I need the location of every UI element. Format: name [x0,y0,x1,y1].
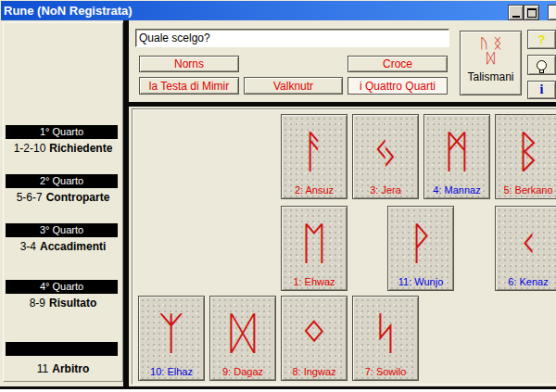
arbitro-description: 11Arbitro [4,362,122,375]
quarto-4-description: 8-9Risultato [4,297,122,310]
spread-button-testa-di-mimir[interactable]: la Testa di Mimir [139,77,239,95]
arbitro-meaning: Arbitro [52,362,89,375]
maximize-button[interactable] [524,5,539,20]
info-button[interactable]: i [527,81,556,99]
jera-rune-icon: ᛃ [373,129,399,173]
spread-panel: ᚨ2: Ansuz ᛃ3: Jera ᛗ4: Mannaz ᛒ5: Berkan… [132,108,556,385]
rune-card-label: 5: Berkano [496,184,556,196]
quarto-1-description: 1-2-10Richiedente [4,142,122,155]
kenaz-rune-icon: ᚲ [515,221,542,265]
talismani-label: Talismani [467,70,513,83]
quarto-3-cards: 3-4 [20,240,36,253]
rune-card-label: 9: Dagaz [210,366,275,377]
quarto-4-header: 4° Quarto [6,280,118,294]
rune-card-kenaz[interactable]: ᚲ6: Kenaz [495,206,556,291]
talismani-button[interactable]: ᚢᛝ ᛞ Talismani [460,31,522,95]
rune-card-elhaz[interactable]: ᛉ10: Elhaz [138,296,205,381]
app-window: Rune (NoN Registrata) 1° Quarto 1-2-10Ri… [0,0,556,389]
quarto-3-description: 3-4Accadimenti [4,240,122,253]
quarto-1-cards: 1-2-10 [14,142,46,155]
maximize-icon [527,8,537,18]
wunjo-rune-icon: ᚹ [408,221,435,265]
rune-card-dagaz[interactable]: ᛞ9: Dagaz [209,296,276,381]
hint-button[interactable] [527,55,556,75]
quarto-3-header: 3° Quarto [6,223,118,237]
question-input[interactable] [135,29,449,47]
spread-button-norns[interactable]: Norns [139,56,239,72]
minimize-button[interactable] [508,5,524,20]
arbitro-cards: 11 [37,362,48,375]
rune-card-wunjo[interactable]: ᚹ11: Wunjo [387,206,454,291]
rune-card-label: 8: Ingwaz [282,366,347,377]
rune-card-label: 11: Wunjo [388,276,453,287]
vertical-divider [123,20,129,389]
rune-card-label: 3: Jera [353,184,418,196]
arbitro-header [6,342,118,356]
elhaz-rune-icon: ᛉ [158,310,185,355]
berkano-rune-icon: ᛒ [515,129,542,173]
close-button[interactable] [548,5,556,20]
spread-button-valknutr[interactable]: Valknutr [244,77,343,95]
rune-card-ehwaz[interactable]: ᛖ1: Ehwaz [281,206,348,291]
rune-card-label: 6: Kenaz [496,276,556,287]
rune-card-mannaz[interactable]: ᛗ4: Mannaz [423,114,490,199]
horizontal-divider [129,102,556,107]
rune-card-label: 10: Elhaz [139,366,204,377]
sowilo-rune-icon: ᛋ [373,310,399,355]
ingwaz-rune-icon: ᛜ [301,310,328,355]
quarto-4-meaning: Risultato [49,297,96,310]
legend-panel: 1° Quarto 1-2-10Richiedente 2° Quarto 5-… [3,22,123,382]
quarto-2-header: 2° Quarto [6,174,118,188]
rune-card-ingwaz[interactable]: ᛜ8: Ingwaz [281,296,348,381]
quarto-1-header: 1° Quarto [6,125,118,139]
rune-card-label: 7: Sowilo [353,366,418,377]
ehwaz-rune-icon: ᛖ [301,221,328,265]
quarto-3-meaning: Accadimenti [40,240,106,253]
rune-card-ansuz[interactable]: ᚨ2: Ansuz [281,114,348,199]
quarto-2-cards: 5-6-7 [17,191,43,204]
rune-card-label: 1: Ehwaz [282,276,347,287]
lightbulb-icon [537,60,547,70]
ansuz-rune-icon: ᚨ [301,129,328,173]
quarto-2-meaning: Controparte [46,191,110,204]
rune-card-berkano[interactable]: ᛒ5: Berkano [495,114,556,199]
titlebar: Rune (NoN Registrata) [1,1,556,20]
window-title: Rune (NoN Registrata) [1,4,133,18]
rune-card-label: 4: Mannaz [424,184,489,196]
talismani-rune-icon: ᛞ [481,51,500,66]
help-button[interactable]: ? [527,30,556,49]
minimize-icon [512,16,520,18]
rune-card-jera[interactable]: ᛃ3: Jera [352,114,419,199]
dagaz-rune-icon: ᛞ [230,310,257,355]
quarto-1-meaning: Richiedente [49,142,112,155]
talismani-runes-icon: ᚢᛝ [474,36,507,51]
quarto-2-description: 5-6-7Controparte [4,191,122,204]
spread-button-croce[interactable]: Croce [348,56,448,72]
bottom-border [0,386,556,389]
rune-card-sowilo[interactable]: ᛋ7: Sowilo [352,296,419,381]
rune-card-label: 2: Ansuz [282,184,347,196]
quarto-4-cards: 8-9 [30,297,45,310]
spread-button-quattro-quarti[interactable]: i Quattro Quarti [348,77,448,95]
mannaz-rune-icon: ᛗ [444,129,471,173]
